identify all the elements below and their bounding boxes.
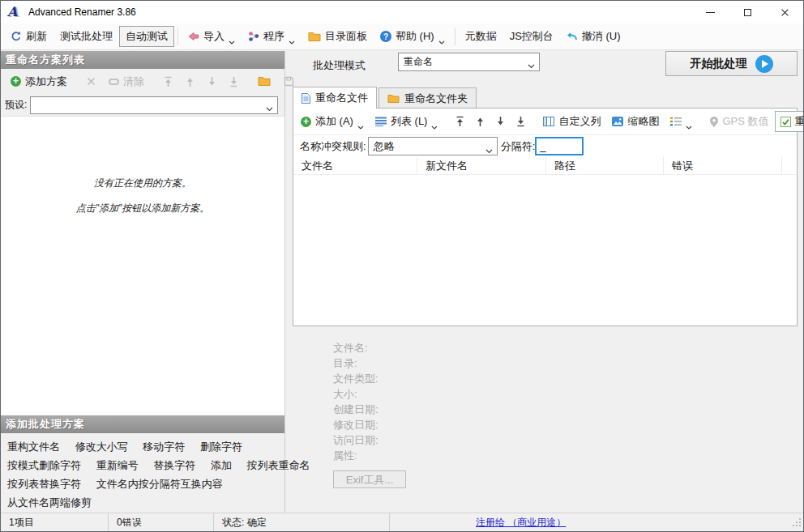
clear-schemes-label: 清除 xyxy=(123,74,144,89)
chevron-down-icon xyxy=(485,144,492,148)
gps-pin-icon xyxy=(710,117,718,127)
file-move-down-button[interactable] xyxy=(490,111,511,132)
directory-panel-label: 目录面板 xyxy=(325,29,367,44)
column-header-spacer xyxy=(782,157,797,174)
method-link[interactable]: 修改大小写 xyxy=(75,440,128,453)
batch-mode-select[interactable]: 重命名 xyxy=(398,53,540,71)
separator-input[interactable] xyxy=(535,137,584,155)
maximize-button[interactable] xyxy=(729,1,766,23)
method-link[interactable]: 文件名内按分隔符互换内容 xyxy=(96,478,223,490)
column-profile-button[interactable] xyxy=(665,111,698,132)
preset-select[interactable] xyxy=(30,96,278,114)
method-link[interactable]: 从文件名两端修剪 xyxy=(7,496,92,509)
main-toolbar: 刷新 测试批处理 自动测试 导入 程序 xyxy=(1,23,803,50)
info-size-label: 大小: xyxy=(333,386,798,402)
file-move-up-button[interactable] xyxy=(470,111,490,132)
undo-icon xyxy=(567,32,578,41)
info-accessed-label: 访问日期: xyxy=(333,432,798,448)
method-link[interactable]: 按模式删除字符 xyxy=(7,459,81,471)
tab-rename-files-label: 重命名文件 xyxy=(315,91,368,105)
test-batch-button[interactable]: 测试批处理 xyxy=(53,26,119,47)
tab-rename-folders[interactable]: 重命名文件夹 xyxy=(378,87,477,109)
method-link[interactable]: 重构文件名 xyxy=(7,440,60,453)
method-row: 从文件名两端修剪 xyxy=(7,493,278,512)
folder-icon xyxy=(308,32,321,42)
method-link[interactable]: 添加 xyxy=(211,459,232,471)
column-header-new-filename[interactable]: 新文件名 xyxy=(417,157,546,174)
method-link[interactable]: 替换字符 xyxy=(153,459,195,471)
thumbnails-label: 缩略图 xyxy=(627,114,659,129)
auto-test-toggle[interactable]: 自动测试 xyxy=(119,26,174,47)
import-label: 导入 xyxy=(203,29,225,44)
method-link[interactable]: 删除字符 xyxy=(200,440,242,453)
file-list-panel: 批处理模式 重命名 开始批处理 重命名文件 xyxy=(293,51,798,513)
programs-button[interactable]: 程序 xyxy=(242,26,302,47)
add-files-button[interactable]: + 添加 (A) xyxy=(295,111,370,132)
open-scheme-button[interactable] xyxy=(251,71,277,92)
info-attributes-label: 属性: xyxy=(333,448,798,463)
chevron-down-icon xyxy=(289,35,295,39)
help-icon: ? xyxy=(380,31,391,42)
toolbar-separator xyxy=(455,28,455,45)
close-button[interactable] xyxy=(766,1,803,23)
file-table-body[interactable] xyxy=(293,175,797,326)
file-table-header: 文件名 新文件名 路径 错误 xyxy=(293,157,797,175)
separator-label: 分隔符: xyxy=(501,139,536,154)
auto-test-label: 自动测试 xyxy=(126,29,168,44)
refresh-button[interactable]: 刷新 xyxy=(4,26,53,47)
resize-grip[interactable] xyxy=(793,518,802,530)
rename-match-toggle[interactable]: 重命名匹配 xyxy=(775,111,804,132)
tab-rename-folders-label: 重命名文件夹 xyxy=(404,92,468,106)
thumbnails-button[interactable]: 缩略图 xyxy=(606,111,665,132)
remove-scheme-button[interactable] xyxy=(80,71,102,92)
column-header-path[interactable]: 路径 xyxy=(546,157,664,174)
programs-label: 程序 xyxy=(263,29,284,44)
method-link[interactable]: 按列表替换字符 xyxy=(7,478,81,490)
list-view-button[interactable]: 列表 (L) xyxy=(370,111,444,132)
chevron-down-icon xyxy=(229,35,235,39)
column-header-error[interactable]: 错误 xyxy=(664,157,782,174)
minimize-button[interactable] xyxy=(691,1,729,23)
image-icon xyxy=(612,117,623,126)
add-scheme-button[interactable]: + 添加方案 xyxy=(4,71,74,92)
import-button[interactable]: 导入 xyxy=(182,26,242,47)
refresh-icon xyxy=(11,31,22,42)
move-up-button[interactable] xyxy=(179,71,201,92)
move-down-button[interactable] xyxy=(201,71,223,92)
custom-columns-button[interactable]: 自定义列 xyxy=(537,111,606,132)
column-header-filename[interactable]: 文件名 xyxy=(293,157,417,174)
batch-mode-row: 批处理模式 重命名 开始批处理 xyxy=(293,51,798,87)
empty-message-line1: 没有正在使用的方案。 xyxy=(1,177,284,190)
plus-icon: + xyxy=(11,76,21,87)
move-bottom-button[interactable] xyxy=(223,71,245,92)
rename-match-label: 重命名匹配 xyxy=(795,114,804,129)
clear-schemes-button[interactable]: 清除 xyxy=(102,71,151,92)
status-state: 状态: 确定 xyxy=(214,513,390,531)
file-move-top-button[interactable] xyxy=(450,111,470,132)
method-link[interactable]: 移动字符 xyxy=(143,440,185,453)
file-move-bottom-button[interactable] xyxy=(511,111,531,132)
document-icon xyxy=(302,93,310,104)
help-button[interactable]: ? 帮助 (H) xyxy=(374,26,451,47)
scheme-list-empty-area[interactable]: 没有正在使用的方案。 点击"添加"按钮以添加新方案。 xyxy=(1,116,284,415)
window-title: Advanced Renamer 3.86 xyxy=(28,6,136,18)
close-icon xyxy=(780,8,789,17)
gps-values-button[interactable]: GPS 数值 xyxy=(704,111,774,132)
add-files-label: 添加 (A) xyxy=(315,114,353,129)
undo-button[interactable]: 撤消 (U) xyxy=(560,26,627,47)
tab-rename-files[interactable]: 重命名文件 xyxy=(293,87,377,109)
info-filename-label: 文件名: xyxy=(333,340,798,355)
window-controls xyxy=(691,1,803,23)
exif-tool-button[interactable]: Exif工具... xyxy=(333,470,406,488)
move-top-button[interactable] xyxy=(157,71,179,92)
method-link[interactable]: 重新编号 xyxy=(96,459,139,471)
conflict-rule-select[interactable]: 忽略 xyxy=(368,137,498,155)
start-batch-button[interactable]: 开始批处理 xyxy=(665,51,798,76)
js-console-button[interactable]: JS控制台 xyxy=(503,26,560,47)
directory-panel-button[interactable]: 目录面板 xyxy=(302,26,374,47)
registered-to-link[interactable]: 注册给 （商业用途） xyxy=(476,516,566,530)
arrow-down-icon xyxy=(207,76,216,87)
file-tabs: 重命名文件 重命名文件夹 xyxy=(293,87,798,109)
metadata-button[interactable]: 元数据 xyxy=(459,26,503,47)
preset-label: 预设: xyxy=(5,98,27,112)
